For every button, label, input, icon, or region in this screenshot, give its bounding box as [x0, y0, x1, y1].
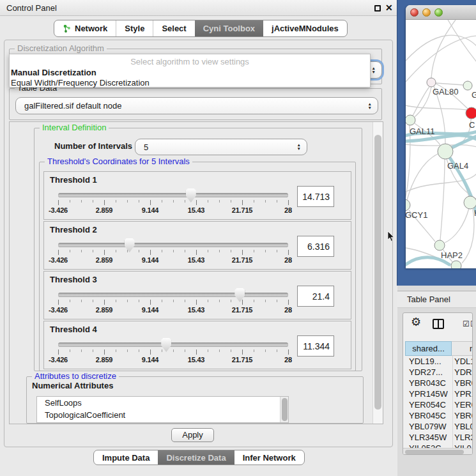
list-scrollbar[interactable]: [280, 397, 288, 423]
network-edge: [406, 35, 476, 61]
control-panel-titlebar: Control Panel ✕: [0, 0, 397, 16]
gear-icon[interactable]: ⚙: [411, 315, 421, 329]
slider-thumb[interactable]: [186, 188, 196, 203]
attribute-list-item[interactable]: TopologicalCoefficient: [37, 409, 288, 421]
threshold-value-field[interactable]: 6.316: [297, 236, 334, 257]
tick-mark: [104, 200, 105, 205]
table-cell-name: YPR1: [452, 388, 473, 399]
table-row[interactable]: YBR045CYBR0: [405, 410, 473, 421]
tick-mark: [93, 300, 93, 302]
tab-label: Style: [125, 24, 144, 33]
slider-thumb[interactable]: [125, 238, 135, 252]
tick-mark: [185, 250, 185, 252]
network-node-ga[interactable]: [463, 81, 472, 90]
tick-mark: [231, 349, 231, 352]
slider-track[interactable]: [58, 342, 288, 347]
tab-select[interactable]: Select: [153, 20, 194, 36]
list-scrollbar-thumb[interactable]: [282, 398, 288, 421]
network-node[interactable]: [451, 261, 461, 268]
threshold-value-field[interactable]: 14.713: [297, 186, 334, 207]
apply-button[interactable]: Apply: [171, 428, 214, 442]
tick-label: 21.715: [232, 356, 252, 364]
attribute-list-item[interactable]: SelfLoops: [37, 397, 288, 409]
horizontal-scrollbar-thumb[interactable]: [405, 450, 464, 454]
horizontal-scrollbar[interactable]: [403, 448, 472, 455]
network-node-gal11[interactable]: [406, 115, 415, 125]
float-window-icon[interactable]: [374, 5, 381, 12]
vertical-scrollbar-thumb[interactable]: [374, 135, 381, 410]
table-row[interactable]: YER054CYER0: [405, 399, 473, 410]
table-row[interactable]: YBL079WYBL0: [405, 421, 473, 432]
tick-label: 15.43: [188, 256, 205, 264]
network-node-gal4[interactable]: [438, 144, 453, 159]
network-node-gcy1[interactable]: [406, 199, 410, 211]
tick-mark: [196, 250, 197, 255]
tab-network[interactable]: Network: [54, 20, 116, 36]
threshold-label: Threshold 4: [50, 325, 97, 334]
tick-mark: [219, 250, 220, 252]
tick-mark: [185, 349, 185, 352]
tick-label: 9.144: [142, 256, 159, 264]
network-node-h[interactable]: [464, 196, 476, 209]
numerical-attributes-label: Numerical Attributes: [32, 381, 113, 390]
vertical-scrollbar[interactable]: [372, 122, 383, 424]
table-row[interactable]: YDR27...YDR2: [405, 367, 473, 378]
dropdown-option-equal-width-frequency-discretization[interactable]: Equal Width/Frequency Discretization: [10, 78, 370, 88]
tab-discretize-data[interactable]: Discretize Data: [158, 450, 234, 464]
split-pane-icon[interactable]: [433, 319, 444, 329]
number-of-intervals-combobox[interactable]: 5 ▲▼: [135, 139, 307, 155]
thresholds-title: Threshold's Coordinates for 5 Intervals: [45, 157, 192, 166]
close-icon[interactable]: ✕: [385, 3, 393, 13]
tab-impute-data[interactable]: Impute Data: [94, 450, 158, 464]
checkbox-icon[interactable]: ☑: [463, 319, 470, 328]
tab-label: Discretize Data: [166, 453, 226, 463]
column-header-shared-name[interactable]: shared...: [405, 341, 452, 356]
network-node-c[interactable]: [466, 107, 476, 119]
table-header: shared... na: [405, 341, 473, 356]
tab-style[interactable]: Style: [116, 20, 153, 36]
minimize-traffic-light-icon[interactable]: [422, 8, 431, 17]
table-cell-name: YER0: [452, 399, 473, 410]
numerical-attributes-list[interactable]: SelfLoopsTopologicalCoefficientBetweenne…: [36, 396, 289, 423]
network-canvas[interactable]: GAL80GACGAL11GAL4GCY1HHAP2: [406, 20, 476, 268]
tick-mark: [288, 200, 289, 205]
table-data-combobox[interactable]: galFiltered.sif default node ▲▼: [15, 97, 378, 114]
tick-mark: [208, 200, 208, 203]
tick-mark: [208, 349, 208, 352]
slider-track[interactable]: [58, 193, 288, 197]
table-row[interactable]: YLR345WYLR3: [405, 432, 473, 443]
tick-label: 2.859: [96, 206, 113, 214]
tick-mark: [254, 300, 254, 302]
tab-cyni-toolbox[interactable]: Cyni Toolbox: [195, 20, 263, 36]
tick-mark: [254, 200, 254, 203]
tab-jactivemnodules[interactable]: jActiveMNodules: [263, 20, 347, 36]
slider-thumb[interactable]: [161, 338, 171, 352]
network-node-gal80[interactable]: [427, 78, 436, 87]
threshold-panel: Threshold 3-3.4262.8599.14415.4321.71528…: [43, 271, 351, 319]
zoom-traffic-light-icon[interactable]: [434, 8, 443, 17]
tick-mark: [150, 250, 151, 255]
table-row[interactable]: YBR043CYBR0: [405, 378, 473, 388]
network-node-hap2[interactable]: [434, 240, 445, 250]
slider-track[interactable]: [58, 293, 288, 297]
threshold-value-field[interactable]: 11.344: [297, 335, 334, 357]
table-row[interactable]: YDL19...YDL1: [405, 356, 473, 367]
tick-mark: [265, 200, 266, 203]
slider-thumb[interactable]: [234, 288, 245, 302]
threshold-value-field[interactable]: 21.4: [297, 286, 334, 307]
interval-definition-title: Interval Definition: [40, 123, 109, 132]
tick-label: 28: [284, 256, 292, 264]
dropdown-option-manual-discretization[interactable]: Manual Discretization: [10, 68, 370, 78]
checkbox-icon[interactable]: ☑: [470, 319, 473, 328]
tick-mark: [93, 250, 93, 252]
table-row[interactable]: YPR145WYPR1: [405, 388, 473, 399]
tick-mark: [81, 349, 82, 352]
tick-label: 9.144: [142, 306, 159, 314]
slider-track[interactable]: [58, 243, 288, 247]
tab-infer-network[interactable]: Infer Network: [234, 450, 304, 464]
tick-mark: [127, 200, 128, 203]
close-traffic-light-icon[interactable]: [410, 8, 418, 17]
attribute-list-item[interactable]: BetweennessCentrality: [37, 421, 288, 423]
column-header-name[interactable]: na: [452, 341, 473, 356]
table-panel-titlebar: Table Panel: [397, 291, 476, 308]
